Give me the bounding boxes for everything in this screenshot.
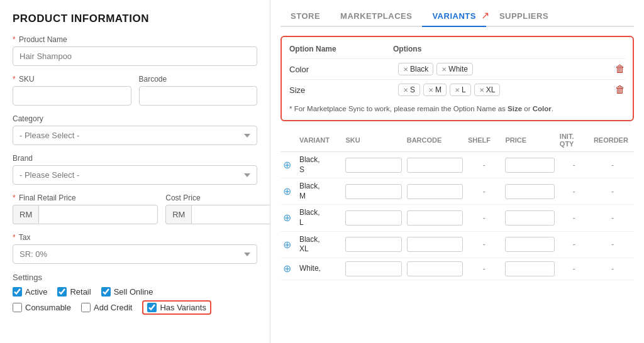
tag-m[interactable]: ✕M [423, 84, 447, 96]
sku-white[interactable] [345, 261, 401, 276]
table-row: ⊕ White, - - - [280, 258, 634, 280]
tag-black[interactable]: ✕Black [398, 63, 433, 75]
tax-group: * Tax SR: 0% [13, 233, 257, 264]
price-black-l[interactable] [505, 210, 554, 226]
add-credit-checkbox[interactable] [81, 303, 91, 312]
has-variants-checkbox-item[interactable]: Has Variants [147, 303, 206, 312]
settings-section: Settings Active Retail Sell Online [13, 273, 257, 315]
plus-icon-black-s[interactable]: ⊕ [283, 160, 291, 170]
th-barcode: BARCODE [404, 129, 465, 152]
final-retail-price-label: * Final Retail Price [13, 193, 158, 202]
tab-variants[interactable]: VARIANTS [422, 6, 486, 26]
sku-input[interactable] [13, 86, 131, 106]
final-retail-price-group: * Final Retail Price RM [13, 193, 158, 224]
th-init-qty: INIT.QTY [557, 129, 591, 152]
barcode-white[interactable] [407, 261, 463, 276]
brand-select[interactable]: - Please Select - [13, 165, 257, 185]
barcode-black-xl[interactable] [407, 237, 463, 252]
variants-table: VARIANT SKU BARCODE SHELF PRICE INIT.QTY… [280, 129, 634, 280]
sku-group: * SKU [13, 75, 131, 106]
has-variants-checkbox[interactable] [147, 303, 157, 312]
tab-suppliers[interactable]: SUPPLIERS [489, 6, 558, 26]
cost-price-group: Cost Price RM [165, 193, 270, 224]
initqty-black-xl: - [557, 231, 591, 258]
barcode-black-l[interactable] [407, 210, 463, 226]
sell-online-checkbox-item[interactable]: Sell Online [101, 287, 153, 297]
delete-color-button[interactable]: 🗑 [615, 63, 625, 75]
consumable-checkbox-item[interactable]: Consumable [13, 303, 71, 312]
price-black-xl[interactable] [505, 237, 554, 252]
tab-store[interactable]: STORE [280, 6, 330, 26]
tag-s[interactable]: ✕S [398, 84, 420, 96]
price-group: * Final Retail Price RM Cost Price RM [13, 193, 257, 233]
tax-select[interactable]: SR: 0% [13, 244, 257, 264]
left-panel: PRODUCT INFORMATION * Product Name * SKU… [0, 0, 270, 343]
reorder-white: - [591, 258, 634, 280]
add-credit-checkbox-item[interactable]: Add Credit [81, 303, 132, 312]
sku-black-m[interactable] [345, 184, 401, 199]
retail-checkbox[interactable] [57, 287, 67, 297]
cost-price-label: Cost Price [165, 193, 270, 202]
right-panel: STORE MARKETPLACES VARIANTS ↗ SUPPLIERS … [270, 0, 644, 343]
tag-l[interactable]: ✕L [450, 84, 471, 96]
plus-icon-black-xl[interactable]: ⊕ [283, 239, 291, 250]
variants-options-box: Option Name Options Color ✕Black ✕White … [280, 36, 634, 121]
tag-white[interactable]: ✕White [436, 63, 473, 75]
tab-marketplaces[interactable]: MARKETPLACES [330, 6, 422, 26]
barcode-input[interactable] [139, 86, 258, 106]
barcode-label: Barcode [139, 75, 258, 84]
plus-icon-white[interactable]: ⊕ [283, 263, 291, 274]
table-row: ⊕ Black,M - - - [280, 178, 634, 205]
settings-row-1: Active Retail Sell Online [13, 287, 257, 297]
plus-black-xl: ⊕ [280, 231, 297, 258]
active-checkbox[interactable] [13, 287, 22, 297]
sku-label: * SKU [13, 75, 131, 84]
product-name-label: * Product Name [13, 35, 257, 44]
initqty-white: - [557, 258, 591, 280]
th-sku: SKU [343, 129, 404, 152]
price-black-m[interactable] [505, 184, 554, 199]
sku-black-l[interactable] [345, 210, 401, 226]
variant-name-white: White, [299, 264, 321, 273]
delete-size-button[interactable]: 🗑 [615, 84, 625, 95]
cost-price-input[interactable] [191, 205, 270, 224]
shelf-white: - [465, 258, 502, 280]
consumable-label: Consumable [25, 303, 71, 312]
variant-name-black-s: Black,S [299, 155, 320, 174]
consumable-checkbox[interactable] [13, 303, 22, 312]
plus-black-s: ⊕ [280, 152, 297, 178]
th-plus [280, 129, 297, 152]
shelf-black-xl: - [465, 231, 502, 258]
table-row: ⊕ Black,S - - - [280, 152, 634, 178]
table-row: ⊕ Black,XL - - - [280, 231, 634, 258]
sku-black-s[interactable] [345, 158, 401, 173]
th-variant: VARIANT [297, 129, 343, 152]
cost-price-prefix: RM [165, 205, 191, 224]
variant-name-black-xl: Black,XL [299, 235, 320, 254]
shelf-black-s: - [465, 152, 502, 178]
barcode-black-s[interactable] [407, 158, 463, 173]
product-name-input[interactable] [13, 46, 257, 66]
final-retail-price-input[interactable] [38, 205, 158, 224]
has-variants-box: Has Variants [142, 300, 211, 315]
retail-checkbox-item[interactable]: Retail [57, 287, 91, 297]
barcode-group: Barcode [139, 75, 258, 106]
plus-icon-black-m[interactable]: ⊕ [283, 186, 291, 197]
variant-name-black-l: Black,L [299, 208, 320, 227]
sku-barcode-group: * SKU Barcode [13, 75, 257, 114]
col-option-name-header: Option Name [289, 45, 393, 53]
tag-xl[interactable]: ✕XL [474, 84, 501, 96]
plus-black-m: ⊕ [280, 178, 297, 205]
cost-price-field: RM [165, 205, 270, 224]
reorder-black-xl: - [591, 231, 634, 258]
barcode-black-m[interactable] [407, 184, 463, 199]
sell-online-checkbox[interactable] [101, 287, 111, 297]
active-checkbox-item[interactable]: Active [13, 287, 47, 297]
sku-black-xl[interactable] [345, 237, 401, 252]
plus-white: ⊕ [280, 258, 297, 280]
price-white[interactable] [505, 261, 554, 276]
category-select[interactable]: - Please Select - [13, 126, 257, 145]
price-black-s[interactable] [505, 158, 554, 173]
plus-icon-black-l[interactable]: ⊕ [283, 212, 291, 223]
option-row-color: Color ✕Black ✕White 🗑 [289, 58, 625, 79]
